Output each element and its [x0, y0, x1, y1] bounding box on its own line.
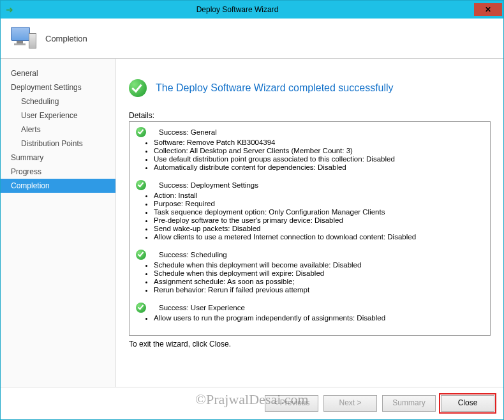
section-list-item: Assignment schedule: As soon as possible… — [154, 278, 484, 285]
sidebar-item-deployment-settings[interactable]: Deployment Settings — [1, 80, 115, 94]
success-check-icon — [129, 79, 147, 97]
details-textbox[interactable]: Success: GeneralSoftware: Remove Patch K… — [129, 121, 491, 336]
section-title: Success: Deployment Settings — [159, 181, 258, 189]
exit-instruction: To exit the wizard, click Close. — [129, 340, 491, 349]
close-icon: ✕ — [485, 5, 491, 14]
completion-heading: The Deploy Software Wizard completed suc… — [156, 82, 394, 94]
section-list-item: Allow users to run the program independe… — [154, 314, 484, 322]
sidebar-item-distribution-points[interactable]: Distribution Points — [1, 137, 115, 151]
next-button[interactable]: Next > — [323, 395, 377, 412]
section-list: Software: Remove Patch KB3004394Collecti… — [154, 139, 484, 171]
section-list-item: Automatically distribute content for dep… — [154, 163, 484, 171]
section-list: Schedule when this deployment will becom… — [154, 261, 484, 294]
wizard-footer: < Previous Next > Summary Close — [1, 387, 503, 419]
section-title: Success: User Experience — [159, 304, 245, 311]
close-button[interactable]: Close — [441, 395, 494, 412]
back-arrow-icon: ➜ — [6, 4, 13, 15]
wizard-sidebar: GeneralDeployment SettingsSchedulingUser… — [1, 59, 116, 387]
wizard-header: Completion — [1, 19, 503, 59]
details-section: Success: SchedulingSchedule when this de… — [136, 250, 484, 294]
sidebar-item-alerts[interactable]: Alerts — [1, 123, 115, 137]
details-section: Success: GeneralSoftware: Remove Patch K… — [136, 127, 484, 171]
section-list-item: Purpose: Required — [154, 200, 484, 207]
section-list-item: Send wake-up packets: Disabled — [154, 225, 484, 232]
section-header: Success: Scheduling — [136, 250, 484, 260]
section-list-item: Task sequence deployment option: Only Co… — [154, 208, 484, 216]
window-close-button[interactable]: ✕ — [474, 3, 502, 16]
wizard-main: The Deploy Software Wizard completed suc… — [116, 59, 503, 387]
section-list-item: Schedule when this deployment will becom… — [154, 261, 484, 269]
previous-button[interactable]: < Previous — [265, 395, 318, 412]
section-title: Success: Scheduling — [159, 251, 227, 259]
completion-banner: The Deploy Software Wizard completed suc… — [129, 79, 491, 97]
section-list-item: Collection: All Desktop and Server Clien… — [154, 147, 484, 154]
success-check-icon — [136, 127, 146, 137]
sidebar-item-user-experience[interactable]: User Experience — [1, 109, 115, 123]
section-list-item: Pre-deploy software to the user's primar… — [154, 216, 484, 224]
wizard-body: GeneralDeployment SettingsSchedulingUser… — [1, 59, 503, 387]
section-list-item: Rerun behavior: Rerun if failed previous… — [154, 286, 484, 294]
computer-icon — [10, 26, 35, 51]
section-header: Success: User Experience — [136, 303, 484, 313]
section-list: Action: InstallPurpose: RequiredTask seq… — [154, 191, 484, 241]
section-list-item: Software: Remove Patch KB3004394 — [154, 139, 484, 146]
window-title: Deploy Software Wizard — [1, 5, 474, 14]
details-section: Success: Deployment SettingsAction: Inst… — [136, 180, 484, 241]
sidebar-item-scheduling[interactable]: Scheduling — [1, 94, 115, 109]
sidebar-item-general[interactable]: General — [1, 66, 115, 80]
details-section: Success: User ExperienceAllow users to r… — [136, 303, 484, 322]
success-check-icon — [136, 303, 146, 313]
section-title: Success: General — [159, 128, 217, 136]
section-list-item: Allow clients to use a metered Internet … — [154, 233, 484, 241]
sidebar-item-summary[interactable]: Summary — [1, 151, 115, 165]
section-list-item: Action: Install — [154, 191, 484, 199]
details-label: Details: — [129, 111, 491, 120]
section-header: Success: General — [136, 127, 484, 137]
summary-button[interactable]: Summary — [382, 395, 436, 412]
success-check-icon — [136, 250, 146, 260]
page-heading: Completion — [45, 34, 87, 43]
title-bar: ➜ Deploy Software Wizard ✕ — [1, 1, 503, 19]
section-header: Success: Deployment Settings — [136, 180, 484, 190]
sidebar-item-completion[interactable]: Completion — [1, 179, 115, 193]
success-check-icon — [136, 180, 146, 190]
section-list: Allow users to run the program independe… — [154, 314, 484, 322]
section-list-item: Use default distribution point groups as… — [154, 155, 484, 163]
sidebar-item-progress[interactable]: Progress — [1, 165, 115, 179]
wizard-window: ➜ Deploy Software Wizard ✕ Completion Ge… — [0, 0, 504, 420]
section-list-item: Schedule when this deployment will expir… — [154, 269, 484, 277]
